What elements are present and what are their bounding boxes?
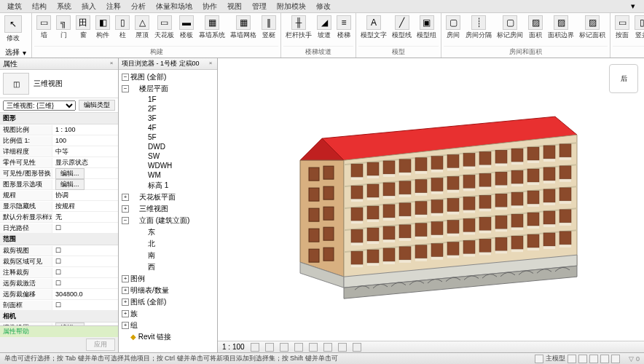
ribbon-button[interactable]: ◢坡道 [315,14,334,41]
tree-node[interactable]: DWD [120,142,216,151]
tree-node[interactable]: 楼层平面 [120,83,216,95]
properties-help[interactable]: 属性帮助 [0,325,118,337]
close-icon[interactable]: × [108,60,115,68]
ribbon-button[interactable]: 田窗 [74,14,93,41]
ribbon-button[interactable]: ┊房间分隔 [463,14,494,41]
ribbon-button[interactable]: ▦幕墙系统 [197,14,227,41]
ribbon-button[interactable]: ▨面积边界 [546,14,576,41]
tree-node[interactable]: 北 [120,238,216,250]
ribbon-button[interactable]: ▭天花板 [152,14,176,41]
menu-item[interactable]: 系统 [52,1,76,12]
menu-item[interactable]: 视图 [223,1,246,12]
property-row[interactable]: 远剪裁偏移304800.0 [0,289,118,300]
property-row[interactable]: 详细程度中等 [0,146,118,157]
property-row[interactable]: 远剪裁激活☐ [0,278,118,289]
building-model[interactable] [264,95,599,307]
ribbon-button[interactable]: △屋顶 [133,14,152,41]
tree-node[interactable]: 4F [120,123,216,132]
property-row[interactable]: 日光路径☐ [0,223,118,234]
ribbon-button[interactable]: ▣模型组 [415,14,439,41]
tree-node[interactable]: SW [120,151,216,161]
tree-node[interactable]: 组 [120,320,216,331]
menu-item[interactable]: 修改 [312,1,335,12]
ribbon-button[interactable]: ▨标记面积 [577,14,608,41]
property-row[interactable]: 剖面框☐ [0,300,118,311]
ribbon-button[interactable]: ▢标记房间 [495,14,525,41]
close-icon[interactable]: × [207,60,214,68]
type-select[interactable]: 三维视图: {三维} [3,100,76,111]
ribbon-button[interactable]: ▯柱 [113,14,132,41]
model-label[interactable]: 主模型 [546,354,565,363]
tree-node[interactable]: 5F [120,132,216,142]
tree-node[interactable]: 族 [120,308,216,320]
select-links-icon[interactable] [578,355,587,363]
property-row[interactable]: 显示隐藏线按规程 [0,201,118,212]
menu-item[interactable]: 协作 [198,1,221,12]
property-row[interactable]: 可见性/图形替换编辑... [0,168,118,179]
filter-icon[interactable] [568,355,576,363]
apply-button[interactable]: 应用 [86,339,115,351]
view-cube[interactable]: 后 [609,64,638,93]
reveal-icon[interactable] [353,343,361,352]
tree-node[interactable]: 2F [120,104,216,114]
tree-node[interactable]: 东 [120,226,216,238]
render-icon[interactable] [309,343,318,352]
tree-node[interactable]: 西 [120,261,216,273]
property-row[interactable]: 视图比例1 : 100 [0,124,118,135]
ribbon-button[interactable]: ╱模型线 [390,14,414,41]
ribbon-button[interactable]: ◧构件 [93,14,112,41]
ribbon-button[interactable]: ╗门 [54,14,73,41]
drag-icon[interactable] [611,355,620,363]
visual-style-icon[interactable] [265,343,274,352]
ribbon-button[interactable]: ╫栏杆扶手 [283,14,314,41]
menu-item[interactable]: 分析 [127,1,150,12]
ribbon-button[interactable]: A模型文字 [358,14,389,41]
tree-node[interactable]: WM [120,170,216,180]
property-row[interactable]: 裁剪区域可见☐ [0,256,118,267]
ribbon-button[interactable]: ▢房间 [444,14,463,41]
tree-node[interactable]: WDWH [120,161,216,170]
tree-node[interactable]: 南 [120,250,216,261]
tree-node[interactable]: 1F [120,95,216,104]
menu-item[interactable]: 建筑 [3,1,26,12]
sun-icon[interactable] [280,343,288,352]
menu-item[interactable]: 注释 [102,1,125,12]
ribbon-button[interactable]: ▨面积 [526,14,545,41]
hide-icon[interactable] [338,343,347,352]
tree-node[interactable]: 图例 [120,273,216,285]
menu-item[interactable]: 体量和场地 [152,1,197,12]
tree-node[interactable]: 立面 (建筑立面) [120,215,216,226]
edit-type-button[interactable]: 编辑类型 [79,100,115,111]
tree-node[interactable]: 标高 1 [120,180,216,191]
scale-label[interactable]: 1 : 100 [222,343,245,351]
crop-icon[interactable] [323,343,332,352]
3d-viewport[interactable]: 后 [218,58,644,352]
property-row[interactable]: 裁剪视图☐ [0,245,118,256]
select-face-icon[interactable] [600,355,609,363]
ribbon-button[interactable]: ▬楼板 [177,14,196,41]
property-row[interactable]: 默认分析显示样式无 [0,212,118,223]
workset-icon[interactable] [535,355,543,363]
edit-button[interactable]: 编辑... [55,168,85,179]
select-pinned-icon[interactable] [589,355,598,363]
ribbon-button[interactable]: ▦幕墙网格 [228,14,259,41]
tree-node[interactable]: ◆ Revit 链接 [120,331,216,343]
property-row[interactable]: 比例值 1:100 [0,135,118,146]
ribbon-button[interactable]: ‖竖梃 [259,14,278,41]
tree-node[interactable]: 三维视图 [120,203,216,215]
tree-node[interactable]: 天花板平面 [120,191,216,203]
property-row[interactable]: 规程协调 [0,190,118,201]
property-row[interactable]: 图形显示选项编辑... [0,179,118,190]
dropdown-icon[interactable]: ▾ [631,1,641,12]
select-label[interactable]: 选择 [5,47,20,58]
detail-icon[interactable] [251,343,259,352]
tree-node[interactable]: 图纸 (全部) [120,296,216,308]
menu-item[interactable]: 插入 [77,1,101,12]
modify-button[interactable]: ↖ 修改 [2,14,24,44]
menu-item[interactable]: 附加模块 [272,1,310,12]
edit-button[interactable]: 编辑... [55,179,85,190]
ribbon-button[interactable]: ▯竖井 [632,14,644,41]
menu-item[interactable]: 结构 [28,1,51,12]
property-row[interactable]: 零件可见性显示原状态 [0,157,118,168]
property-row[interactable]: 注释裁剪☐ [0,267,118,278]
